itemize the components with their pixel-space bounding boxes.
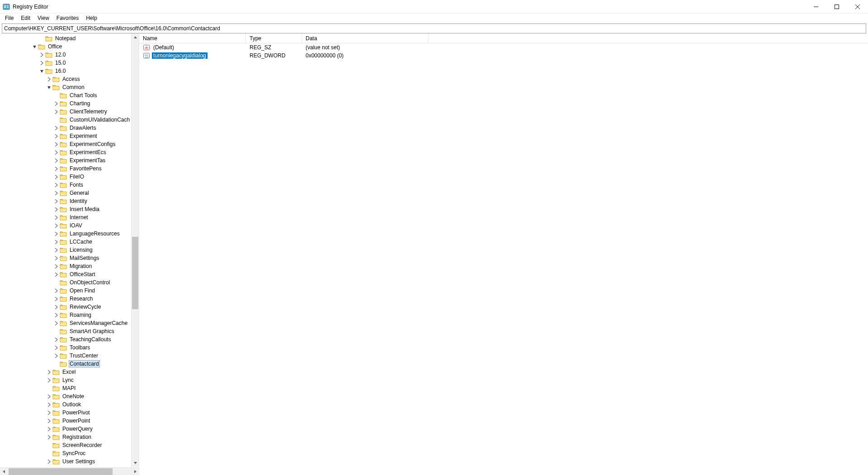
expand-icon[interactable] xyxy=(52,238,60,245)
scrollbar-thumb[interactable] xyxy=(9,468,113,475)
values-list[interactable]: ab(Default)REG_SZ(value not set)011110tu… xyxy=(139,43,868,60)
scroll-down-arrow-icon[interactable] xyxy=(132,459,139,467)
tree-node[interactable]: Chart Tools xyxy=(2,91,139,99)
expand-icon[interactable] xyxy=(52,198,60,205)
tree-node[interactable]: CustomUIValidationCach xyxy=(2,116,139,124)
tree-node[interactable]: IOAV xyxy=(2,221,139,230)
expand-icon[interactable] xyxy=(52,214,60,221)
expand-icon[interactable] xyxy=(52,157,60,164)
tree-node[interactable]: Registration xyxy=(2,433,139,441)
tree-node[interactable]: Excel xyxy=(2,368,139,376)
value-row[interactable]: ab(Default)REG_SZ(value not set) xyxy=(139,43,868,52)
expand-icon[interactable] xyxy=(52,320,60,327)
expand-icon[interactable] xyxy=(52,303,60,310)
tree-node[interactable]: General xyxy=(2,189,139,197)
expand-icon[interactable] xyxy=(45,458,52,465)
address-bar[interactable]: Computer\HKEY_CURRENT_USER\Software\Micr… xyxy=(2,24,866,33)
close-button[interactable] xyxy=(847,0,868,14)
tree-node[interactable]: Access xyxy=(2,75,139,83)
expand-icon[interactable] xyxy=(52,181,60,188)
expand-icon[interactable] xyxy=(52,141,60,148)
scrollbar-thumb[interactable] xyxy=(132,237,138,309)
menu-file[interactable]: File xyxy=(2,14,17,22)
menu-help[interactable]: Help xyxy=(83,14,100,22)
column-header-type[interactable]: Type xyxy=(246,33,302,43)
tree-node[interactable]: Fonts xyxy=(2,181,139,189)
menu-favorites[interactable]: Favorites xyxy=(53,14,82,22)
tree-horizontal-scrollbar[interactable] xyxy=(0,467,139,475)
expand-icon[interactable] xyxy=(52,132,60,140)
registry-tree[interactable]: NotepadOffice12.015.016.0AccessCommonCha… xyxy=(0,33,139,467)
tree-node[interactable]: PowerPivot xyxy=(2,409,139,417)
tree-node[interactable]: 15.0 xyxy=(2,59,139,67)
collapse-icon[interactable] xyxy=(31,43,38,50)
expand-icon[interactable] xyxy=(52,189,60,197)
expand-icon[interactable] xyxy=(45,401,52,408)
tree-node[interactable]: Charting xyxy=(2,99,139,108)
scroll-up-arrow-icon[interactable] xyxy=(132,33,139,41)
expand-icon[interactable] xyxy=(52,100,60,107)
expand-icon[interactable] xyxy=(52,336,60,343)
tree-node[interactable]: Outlook xyxy=(2,400,139,409)
expand-icon[interactable] xyxy=(45,368,52,376)
expand-icon[interactable] xyxy=(45,417,52,424)
expand-icon[interactable] xyxy=(45,466,52,467)
expand-icon[interactable] xyxy=(52,344,60,351)
expand-icon[interactable] xyxy=(52,287,60,294)
tree-node[interactable]: FavoritePens xyxy=(2,165,139,173)
tree-node[interactable]: Notepad xyxy=(2,34,139,42)
tree-node[interactable]: Office xyxy=(2,42,139,51)
tree-node[interactable]: User Settings xyxy=(2,457,139,466)
maximize-button[interactable] xyxy=(826,0,847,14)
expand-icon[interactable] xyxy=(52,311,60,319)
expand-icon[interactable] xyxy=(45,433,52,441)
tree-node[interactable]: ReviewCycle xyxy=(2,303,139,311)
tree-node[interactable]: Licensing xyxy=(2,246,139,254)
expand-icon[interactable] xyxy=(52,206,60,213)
expand-icon[interactable] xyxy=(52,149,60,156)
value-row[interactable]: 011110turnonlegacygaldialogREG_DWORD0x00… xyxy=(139,52,868,60)
tree-node[interactable]: Toolbars xyxy=(2,343,139,352)
tree-node[interactable]: Insert Media xyxy=(2,205,139,213)
tree-node[interactable]: ExperimentEcs xyxy=(2,148,139,156)
column-header-name[interactable]: Name xyxy=(139,33,246,43)
scroll-left-arrow-icon[interactable] xyxy=(0,468,8,475)
expand-icon[interactable] xyxy=(52,295,60,302)
tree-node[interactable]: Identity xyxy=(2,197,139,205)
tree-node[interactable]: 16.0 xyxy=(2,67,139,75)
expand-icon[interactable] xyxy=(45,376,52,384)
tree-node[interactable]: FileIO xyxy=(2,173,139,181)
menu-view[interactable]: View xyxy=(34,14,52,22)
tree-node[interactable]: SyncProc xyxy=(2,449,139,457)
expand-icon[interactable] xyxy=(52,165,60,172)
scroll-right-arrow-icon[interactable] xyxy=(132,468,139,475)
expand-icon[interactable] xyxy=(52,222,60,229)
tree-node[interactable]: PowerPoint xyxy=(2,417,139,425)
expand-icon[interactable] xyxy=(52,246,60,254)
tree-node[interactable]: Roaming xyxy=(2,311,139,319)
expand-icon[interactable] xyxy=(45,409,52,416)
tree-node[interactable]: Migration xyxy=(2,262,139,270)
tree-node[interactable]: Experiment xyxy=(2,132,139,140)
tree-node[interactable]: WEF xyxy=(2,466,139,467)
tree-node[interactable]: MailSettings xyxy=(2,254,139,262)
expand-icon[interactable] xyxy=(45,75,52,83)
expand-icon[interactable] xyxy=(38,51,45,58)
tree-node[interactable]: Open Find xyxy=(2,287,139,295)
tree-node[interactable]: ExperimentConfigs xyxy=(2,140,139,148)
collapse-icon[interactable] xyxy=(45,84,52,91)
tree-node[interactable]: Common xyxy=(2,83,139,91)
tree-vertical-scrollbar[interactable] xyxy=(131,33,139,467)
collapse-icon[interactable] xyxy=(38,67,45,75)
tree-node[interactable]: MAPI xyxy=(2,384,139,392)
expand-icon[interactable] xyxy=(45,425,52,433)
tree-node[interactable]: LanguageResources xyxy=(2,230,139,238)
column-header-data[interactable]: Data xyxy=(302,33,429,43)
tree-node[interactable]: OfficeStart xyxy=(2,270,139,278)
expand-icon[interactable] xyxy=(52,230,60,237)
tree-node[interactable]: TeachingCallouts xyxy=(2,335,139,343)
tree-node[interactable]: TrustCenter xyxy=(2,352,139,360)
expand-icon[interactable] xyxy=(52,173,60,180)
tree-node[interactable]: ClientTelemetry xyxy=(2,108,139,116)
tree-node[interactable]: Research xyxy=(2,295,139,303)
